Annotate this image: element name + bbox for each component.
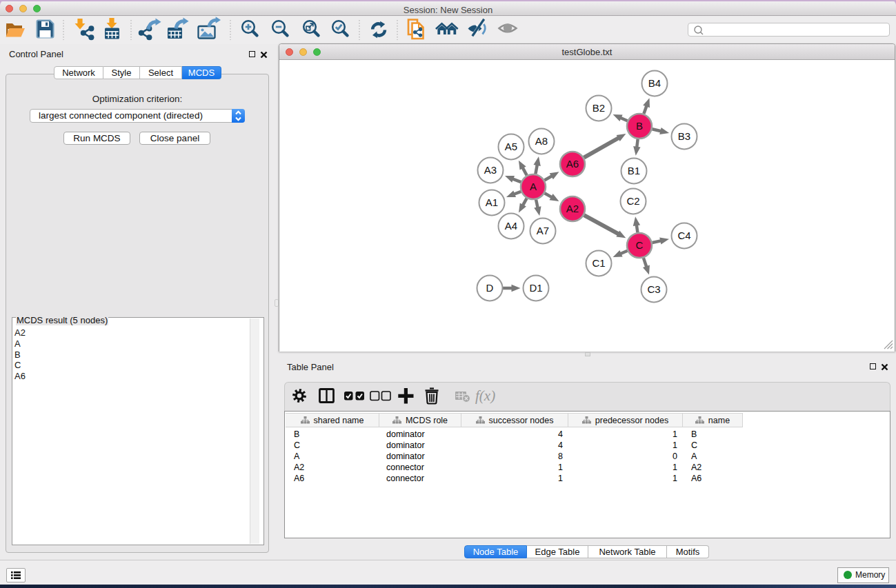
- svg-text:B4: B4: [648, 77, 661, 89]
- svg-text:A8: A8: [535, 135, 548, 147]
- svg-text:A3: A3: [484, 164, 497, 176]
- svg-text:A: A: [530, 181, 537, 192]
- svg-text:A6: A6: [566, 158, 579, 170]
- svg-text:A1: A1: [486, 196, 498, 208]
- svg-text:B1: B1: [628, 165, 640, 176]
- svg-text:D1: D1: [529, 282, 542, 294]
- svg-text:C1: C1: [592, 257, 605, 269]
- svg-text:B3: B3: [678, 130, 690, 142]
- svg-text:B: B: [636, 120, 643, 132]
- svg-text:D: D: [486, 282, 494, 294]
- svg-text:C4: C4: [677, 230, 690, 241]
- svg-text:A7: A7: [537, 225, 549, 236]
- svg-text:C2: C2: [626, 195, 639, 207]
- svg-text:A4: A4: [505, 220, 517, 232]
- svg-text:B2: B2: [593, 102, 605, 114]
- svg-text:C: C: [636, 239, 644, 251]
- svg-text:A2: A2: [566, 203, 579, 214]
- svg-text:C3: C3: [647, 283, 660, 295]
- svg-text:A5: A5: [505, 141, 517, 152]
